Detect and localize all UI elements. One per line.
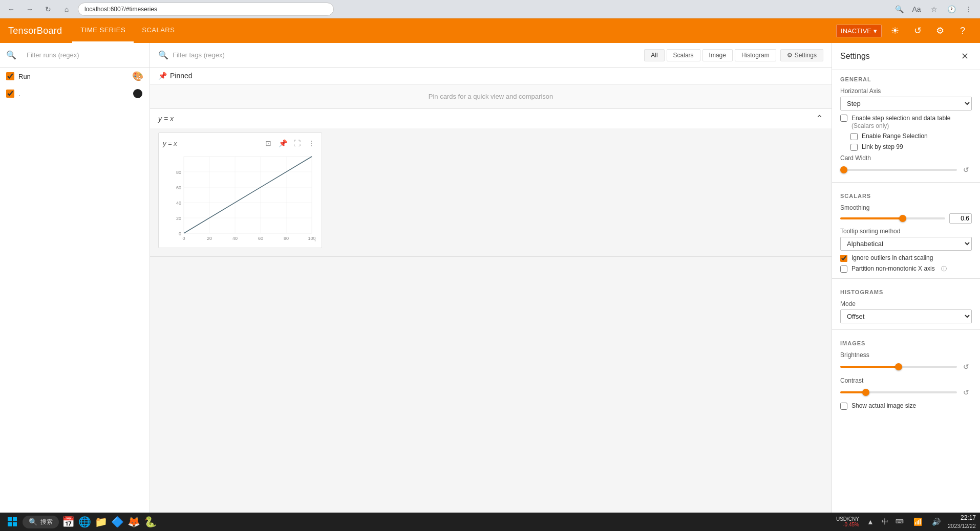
smoothing-value-input[interactable]: 0.6	[949, 213, 972, 224]
svg-rect-23	[8, 522, 12, 526]
link-by-step-label: Link by step 99	[862, 143, 903, 150]
run-color-icon-run[interactable]: 🎨	[132, 71, 143, 82]
app-header: TensorBoard TIME SERIES SCALARS INACTIVE…	[0, 18, 980, 43]
taskbar-search[interactable]: 🔍 搜索	[23, 516, 59, 528]
histogram-mode-row: Mode Offset Overlay	[832, 298, 980, 325]
search-icon-taskbar: 🔍	[29, 518, 37, 526]
horizontal-axis-select[interactable]: Step Relative Wall	[840, 97, 972, 110]
histogram-mode-select[interactable]: Offset Overlay	[840, 309, 972, 323]
svg-text:0: 0	[182, 236, 185, 241]
link-by-step-checkbox[interactable]	[850, 144, 858, 151]
show-actual-size-checkbox[interactable]	[840, 403, 847, 410]
card-width-slider-container: ↺	[840, 164, 972, 176]
taskbar-icon-1[interactable]: 📅	[61, 515, 75, 529]
pinned-label: Pinned	[170, 72, 193, 80]
url-text: localhost:6007/#timeseries	[84, 6, 157, 13]
run-checkbox-dot[interactable]	[6, 90, 14, 98]
history-button[interactable]: 🕐	[944, 2, 958, 16]
refresh-button[interactable]: ↺	[908, 21, 927, 40]
card-width-slider[interactable]	[840, 169, 957, 171]
taskbar-currency[interactable]: USD/CNY -0.45%	[836, 516, 859, 527]
view-btn-all[interactable]: All	[644, 49, 664, 61]
keyboard-icon[interactable]: ⌨	[892, 515, 907, 529]
tooltip-sort-select[interactable]: Alphabetical Ascending Descending Neares…	[840, 237, 972, 251]
palette-icon: 🎨	[132, 71, 143, 82]
line-chart-svg: 0 20 40 60 80 0 20 40 60 80	[163, 151, 317, 244]
forward-button[interactable]: →	[23, 2, 37, 16]
card-width-reset-button[interactable]: ↺	[961, 164, 972, 176]
settings-close-button[interactable]: ✕	[957, 49, 972, 63]
view-btn-image[interactable]: Image	[702, 49, 733, 61]
settings-section-general: GENERAL	[832, 70, 980, 85]
chart-expand-button[interactable]: ⛶	[291, 137, 303, 149]
light-mode-button[interactable]: ☀	[886, 21, 904, 40]
speaker-icon[interactable]: 🔊	[929, 515, 944, 529]
network-icon[interactable]: 📶	[911, 515, 925, 529]
start-button[interactable]	[4, 514, 20, 530]
tags-filter-input[interactable]	[173, 51, 640, 59]
chart-card-header: y = x ⊡ 📌 ⛶ ⋮	[163, 137, 317, 149]
partition-checkbox[interactable]	[840, 266, 847, 273]
enable-step-selection-row: Enable step selection and data table (Sc…	[832, 113, 980, 131]
search-icon: 🔍	[6, 50, 16, 60]
chart-more-button[interactable]: ⋮	[305, 137, 317, 149]
chart-expand-small-button[interactable]: ⊡	[262, 137, 274, 149]
smoothing-row: Smoothing 0.6	[832, 202, 980, 226]
back-button[interactable]: ←	[4, 2, 18, 16]
nav-time-series[interactable]: TIME SERIES	[72, 18, 134, 43]
chart-resize-handle[interactable]: ⤡	[312, 237, 316, 242]
ignore-outliers-row: Ignore outliers in chart scaling	[832, 253, 980, 263]
sidebar: 🔍 Run 🎨 .	[0, 43, 150, 513]
run-color-dot[interactable]	[132, 88, 143, 99]
contrast-label: Contrast	[840, 377, 972, 384]
help-button[interactable]: ?	[953, 21, 972, 40]
settings-gear-button[interactable]: ⚙	[931, 21, 949, 40]
pin-empty-text: Pin cards for a quick view and compariso…	[429, 93, 553, 100]
taskbar-icon-5[interactable]: 🦊	[126, 515, 141, 529]
partition-label: Partition non-monotonic X axis	[851, 265, 935, 272]
partition-help-icon[interactable]: ⓘ	[941, 265, 947, 273]
nav-scalars[interactable]: SCALARS	[134, 18, 183, 43]
runs-filter-input[interactable]	[20, 47, 143, 63]
enable-range-selection-checkbox[interactable]	[850, 133, 858, 140]
taskbar-icon-4[interactable]: 🔷	[110, 515, 124, 529]
contrast-reset-button[interactable]: ↺	[961, 386, 972, 399]
taskbar-clock[interactable]: 22:17 2023/12/22	[948, 514, 976, 529]
contrast-slider[interactable]	[840, 391, 957, 393]
taskbar-icon-6[interactable]: 🐍	[143, 515, 157, 529]
zoom-button[interactable]: 🔍	[892, 2, 906, 16]
home-button[interactable]: ⌂	[59, 2, 74, 16]
app-logo: TensorBoard	[8, 26, 62, 36]
settings-divider-2	[832, 278, 980, 279]
content-area: 🔍 All Scalars Image Histogram ⚙ Settings…	[150, 43, 832, 513]
more-button[interactable]: ⋮	[962, 2, 976, 16]
charts-area: y = x ⌃ y = x ⊡ 📌 ⛶ ⋮	[150, 109, 832, 513]
chart-section-header[interactable]: y = x ⌃	[150, 109, 832, 128]
read-button[interactable]: Aa	[909, 2, 924, 16]
status-select[interactable]: INACTIVE ▾	[836, 25, 882, 37]
reload-button[interactable]: ↻	[41, 2, 55, 16]
chart-section-collapse-icon[interactable]: ⌃	[816, 113, 823, 124]
view-btn-scalars[interactable]: Scalars	[667, 49, 700, 61]
brightness-reset-button[interactable]: ↺	[961, 361, 972, 373]
settings-open-button[interactable]: ⚙ Settings	[780, 49, 823, 61]
histogram-mode-label: Mode	[840, 300, 972, 307]
address-bar[interactable]: localhost:6007/#timeseries	[78, 3, 334, 16]
chart-pin-button[interactable]: 📌	[276, 137, 289, 149]
taskbar-icon-3[interactable]: 📁	[94, 515, 108, 529]
settings-section-histograms: HISTOGRAMS	[832, 283, 980, 298]
view-btn-histogram[interactable]: Histogram	[735, 49, 776, 61]
smoothing-slider[interactable]	[840, 217, 945, 219]
enable-step-selection-checkbox[interactable]	[840, 115, 847, 122]
run-checkbox-run[interactable]	[6, 72, 14, 80]
browser-right-icons: 🔍 Aa ☆ 🕐 ⋮	[892, 2, 976, 16]
settings-section-scalars: SCALARS	[832, 187, 980, 202]
taskbar-right: USD/CNY -0.45% ▲ 中 ⌨ 📶 🔊 22:17 2023/12/2…	[836, 514, 976, 529]
taskbar-lang[interactable]: 中	[882, 517, 888, 526]
ignore-outliers-checkbox[interactable]	[840, 255, 847, 262]
sidebar-search-bar: 🔍	[0, 43, 150, 68]
bookmark-button[interactable]: ☆	[927, 2, 941, 16]
taskbar-icon-2[interactable]: 🌐	[77, 515, 92, 529]
brightness-slider[interactable]	[840, 366, 957, 368]
taskbar-system-icon[interactable]: ▲	[863, 515, 878, 529]
